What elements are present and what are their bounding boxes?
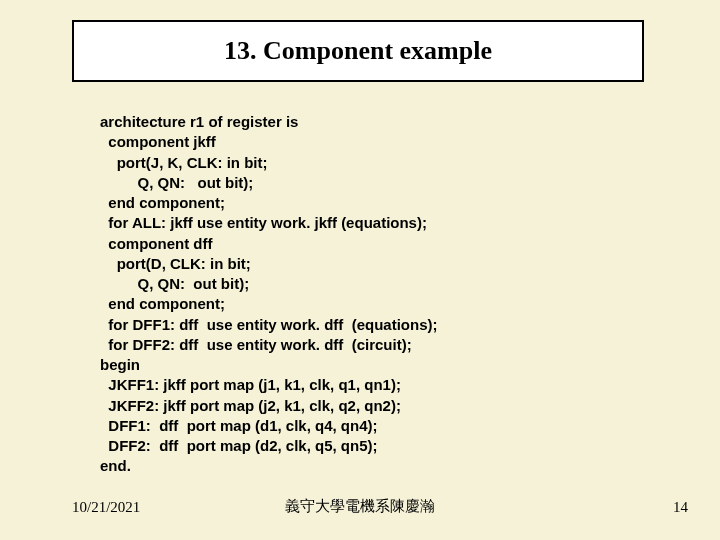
code-line: component dff — [100, 235, 213, 252]
code-line: end. — [100, 457, 131, 474]
code-line: DFF1: dff port map (d1, clk, q4, qn4); — [100, 417, 378, 434]
code-line: port(D, CLK: in bit; — [100, 255, 251, 272]
code-line: begin — [100, 356, 140, 373]
code-line: architecture r1 of register is — [100, 113, 298, 130]
code-line: port(J, K, CLK: in bit; — [100, 154, 267, 171]
code-line: component jkff — [100, 133, 216, 150]
code-line: for ALL: jkff use entity work. jkff (equ… — [100, 214, 427, 231]
slide: 13. Component example architecture r1 of… — [0, 0, 720, 540]
title-box: 13. Component example — [72, 20, 644, 82]
code-line: for DFF2: dff use entity work. dff (circ… — [100, 336, 412, 353]
code-block: architecture r1 of register is component… — [100, 112, 640, 477]
footer-page-number: 14 — [673, 499, 688, 516]
code-line: end component; — [100, 194, 225, 211]
code-line: JKFF1: jkff port map (j1, k1, clk, q1, q… — [100, 376, 401, 393]
code-line: Q, QN: out bit); — [100, 275, 249, 292]
code-line: DFF2: dff port map (d2, clk, q5, qn5); — [100, 437, 378, 454]
footer-center: 義守大學電機系陳慶瀚 — [0, 497, 720, 516]
code-line: Q, QN: out bit); — [100, 174, 253, 191]
code-line: end component; — [100, 295, 225, 312]
code-line: JKFF2: jkff port map (j2, k1, clk, q2, q… — [100, 397, 401, 414]
code-line: for DFF1: dff use entity work. dff (equa… — [100, 316, 438, 333]
slide-title: 13. Component example — [224, 36, 492, 66]
